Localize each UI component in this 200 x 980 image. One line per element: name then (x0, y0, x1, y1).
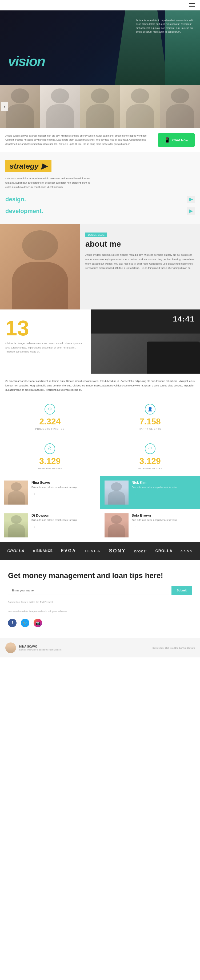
strategy-section: strategy ▶ Duis auto irure dolor in repr… (0, 152, 200, 224)
team-name-0: Nina Scavo (31, 480, 96, 485)
team-card-1: Nick Kim Duis aute irure dolor in repreh… (100, 476, 200, 509)
stats-left-text: Ultrices leo integer malesuada nunc vel … (5, 342, 85, 354)
stat-number-2: 3.129 (6, 456, 94, 466)
team-info-3: Sofa Brown Duis aute irure dolor in repr… (132, 513, 196, 538)
strategy-design-link[interactable]: design. ▶ (5, 194, 195, 204)
laptop-visual (146, 342, 200, 374)
newsletter-submit-button[interactable]: Submit (172, 586, 192, 595)
newsletter-title: Get money management and loan tips here! (8, 571, 192, 581)
strategy-links: design. ▶ development. ▶ (5, 194, 195, 216)
about-description: Article evident arrived express highest … (85, 253, 195, 270)
stat-card-0: ⚙ 2.324 PROJECTS FINISHED (0, 398, 100, 437)
stats-grid: ⚙ 2.324 PROJECTS FINISHED 👤 7.158 HAPPY … (0, 398, 200, 476)
design-arrow-icon: ▶ (187, 196, 195, 203)
team-arrow-3[interactable]: → (132, 524, 137, 530)
facebook-icon[interactable]: f (8, 619, 17, 627)
brand-tesla: TESLA (84, 549, 101, 553)
brand-crocs: crocs· (134, 549, 147, 553)
twitter-icon[interactable]: 🐦 (21, 619, 29, 627)
footer-avatar (5, 643, 16, 653)
team-card-3: Sofa Brown Duis aute irure dolor in repr… (100, 509, 200, 542)
hours-icon-2: ⏱ (145, 443, 156, 454)
strategy-development-link[interactable]: development. ▶ (5, 206, 195, 216)
about-content: DESIGN BLOG about me Article evident arr… (80, 224, 200, 309)
stat-number-1: 7.158 (107, 417, 194, 426)
team-desc-0: Duis aute irure dolor in reprehenderit i… (31, 485, 96, 489)
team-card-2: Di Dowson Duis aute irure dolor in repre… (0, 509, 100, 542)
team-card-0: Nina Scavo Duis aute irure dolor in repr… (0, 476, 100, 509)
chat-article-text: Article evident arrived express highest … (5, 134, 153, 146)
team-avatar-0 (4, 480, 28, 504)
header (0, 0, 200, 10)
about-section: DESIGN BLOG about me Article evident arr… (0, 224, 200, 309)
hero-description: Duis aute irure dolor in reprehenderit i… (136, 18, 195, 34)
about-badge: DESIGN BLOG (85, 232, 107, 237)
stat-label-3: WORKING HOURS (107, 467, 194, 470)
newsletter-footer-desc: Duis aute irure dolor in reprehenderit i… (8, 609, 192, 613)
newsletter-input[interactable] (8, 586, 169, 595)
stat-label-1: HAPPY CLIENTS (107, 428, 194, 430)
team-desc-3: Duis aute irure dolor in reprehenderit i… (132, 519, 196, 522)
brands-section: CROLLA ◈ BINANCE EVGA TESLA SONY crocs· … (0, 542, 200, 560)
footer-name: NINA SCAVO (19, 645, 61, 648)
page-footer: NINA SCAVO Sample link: Click to add to … (0, 638, 200, 657)
newsletter-section: Get money management and loan tips here!… (0, 560, 200, 638)
team-info-1: Nick Kim Duis aute irure dolor in repreh… (132, 480, 196, 504)
projects-icon: ⚙ (44, 404, 55, 415)
stat-label-2: WORKING HOURS (6, 467, 94, 470)
team-avatar-1 (104, 480, 129, 504)
footer-info: NINA SCAVO Sample link: Click to add to … (19, 645, 61, 651)
stat-number-3: 3.129 (107, 456, 194, 466)
strategy-label: strategy ▶ (5, 160, 52, 172)
hero-section: vision Duis aute irure dolor in reprehen… (0, 10, 200, 85)
instagram-icon[interactable]: 📷 (34, 619, 42, 627)
brand-evga: EVGA (61, 548, 76, 553)
strategy-description: Duis auto irure dolor in reprehenderit i… (5, 177, 96, 189)
stat-number-0: 2.324 (6, 417, 94, 426)
team-name-2: Di Dowson (31, 513, 96, 517)
brand-crolla-1: CROLLA (7, 549, 24, 553)
team-photo-5 (160, 85, 200, 128)
stat-card-3: ⏱ 3.129 WORKING HOURS (100, 437, 200, 476)
team-grid-section: Nina Scavo Duis aute irure dolor in repr… (0, 476, 200, 542)
footer-tagline: Sample link: Click to add to the Text El… (19, 649, 61, 651)
stat-card-2: ⏱ 3.129 WORKING HOURS (0, 437, 100, 476)
team-avatar-3 (104, 513, 129, 538)
footer-sample-text: Sample link: Click to add to the Text El… (153, 647, 195, 649)
hero-title: vision (8, 53, 45, 69)
stats-right-panel: 14:41 (91, 309, 200, 374)
about-person-image (0, 224, 80, 309)
social-bar: f 🐦 📷 (8, 619, 192, 627)
team-photos-section: ‹ (0, 85, 200, 128)
stats-bottom-text: Sit amet massa vitae tortor condimentum … (0, 374, 200, 397)
stats-big-number: 13 (5, 318, 85, 339)
brand-crolla-2: CROLLA (156, 549, 173, 553)
stat-label-0: PROJECTS FINISHED (6, 428, 94, 430)
brand-asos: asos (181, 549, 193, 553)
chat-now-button[interactable]: 📱 Chat Now (158, 134, 195, 147)
carousel-prev-button[interactable]: ‹ (2, 102, 8, 111)
brand-sony: SONY (109, 548, 126, 554)
team-arrow-1[interactable]: → (132, 491, 137, 497)
development-arrow-icon: ▶ (187, 207, 195, 215)
clock-display: 14:41 (173, 315, 195, 323)
stats-section: 13 Ultrices leo integer malesuada nunc v… (0, 309, 200, 476)
team-info-0: Nina Scavo Duis aute irure dolor in repr… (31, 480, 96, 504)
footer-right: Sample link: Click to add to the Text El… (153, 647, 195, 649)
clients-icon: 👤 (145, 404, 156, 415)
team-name-1: Nick Kim (132, 480, 196, 485)
team-desc-2: Duis aute irure dolor in reprehenderit i… (31, 519, 96, 522)
team-desc-1: Duis aute irure dolor in reprehenderit i… (132, 485, 196, 489)
hamburger-menu[interactable] (189, 3, 195, 7)
team-name-3: Sofa Brown (132, 513, 196, 517)
hours-icon: ⏱ (44, 443, 55, 454)
team-arrow-0[interactable]: → (31, 491, 36, 497)
team-photo-4 (120, 85, 160, 128)
team-photo-3 (80, 85, 120, 128)
stat-card-1: 👤 7.158 HAPPY CLIENTS (100, 398, 200, 437)
whatsapp-icon: 📱 (164, 137, 170, 143)
team-info-2: Di Dowson Duis aute irure dolor in repre… (31, 513, 96, 538)
team-photo-2 (40, 85, 80, 128)
strategy-arrow-icon: ▶ (41, 162, 47, 170)
team-arrow-2[interactable]: → (31, 524, 36, 530)
